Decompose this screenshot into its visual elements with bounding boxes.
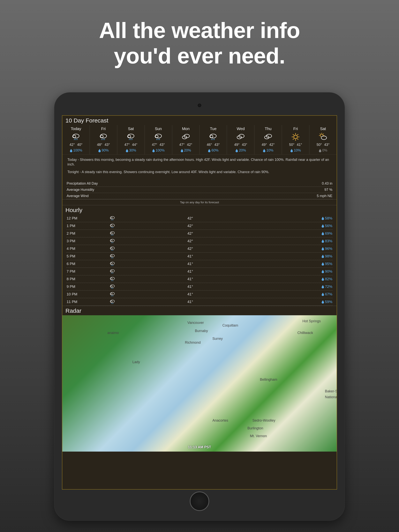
day-column[interactable]: Mon 47°42° 20%: [172, 125, 200, 154]
svg-line-79: [111, 265, 112, 266]
day-precip: 10%: [255, 148, 281, 152]
day-column[interactable]: Sat 50°43° 0%: [309, 125, 337, 154]
hour-temp: 41°: [156, 285, 309, 289]
headline-1: All the weather info: [0, 18, 399, 43]
svg-line-74: [111, 257, 112, 258]
app-screen: 10 Day Forecast Today 42°40° 100% Fri 48…: [62, 115, 337, 489]
hour-row[interactable]: 2 PM 42° 69%: [66, 230, 333, 237]
svg-line-65: [112, 242, 113, 243]
svg-line-99: [111, 295, 112, 296]
day-precip: 60%: [200, 148, 226, 152]
svg-line-70: [112, 250, 113, 251]
hour-row[interactable]: 1 PM 42° 56%: [66, 222, 333, 230]
svg-line-13: [130, 139, 131, 140]
hour-row[interactable]: 5 PM 41° 98%: [66, 253, 333, 260]
day-column[interactable]: Sat 47°44° 30%: [117, 125, 145, 154]
svg-line-19: [159, 139, 160, 140]
hour-precip: 69%: [309, 231, 332, 236]
weather-icon: [200, 132, 226, 142]
svg-point-57: [110, 232, 115, 234]
hour-temp: 42°: [156, 231, 309, 236]
day-precip: 20%: [173, 148, 199, 152]
map-city-label: Hot Springs: [302, 319, 321, 323]
svg-line-81: [113, 265, 113, 266]
svg-point-67: [110, 247, 115, 249]
svg-line-89: [111, 280, 112, 281]
svg-point-87: [110, 277, 115, 280]
svg-line-105: [112, 303, 113, 304]
stats-block: Precipitation All Day0.43 inAverage Humi…: [62, 180, 337, 199]
svg-point-5: [100, 134, 107, 138]
hour-row[interactable]: 6 PM 41° 95%: [66, 260, 333, 268]
map-city-label: Coquitlam: [223, 323, 238, 328]
hour-temp: 42°: [156, 216, 309, 221]
map-city-label: Mt. Vernon: [250, 434, 267, 438]
svg-point-62: [110, 239, 115, 242]
hour-temp: 41°: [156, 300, 309, 304]
svg-line-35: [293, 139, 294, 140]
hour-row[interactable]: 3 PM 42° 83%: [66, 237, 333, 245]
day-column[interactable]: Thu 49°42° 10%: [254, 125, 282, 154]
day-temps: 46°43°: [200, 143, 226, 147]
svg-line-76: [113, 257, 113, 258]
svg-point-102: [110, 300, 115, 303]
map-city-label: Vancouver: [187, 321, 204, 325]
daily-forecast-row: Today 42°40° 100% Fri 48°43° 90% Sat: [62, 125, 337, 155]
hour-time: 5 PM: [67, 254, 109, 258]
hour-row[interactable]: 7 PM 41° 90%: [66, 268, 333, 275]
svg-line-8: [103, 139, 103, 140]
day-temps: 50°41°: [283, 143, 309, 147]
svg-line-56: [113, 227, 113, 228]
hour-weather-icon: [109, 253, 156, 259]
radar-section: Radar 11:13 AM PST VancouverCoquitlamBur…: [62, 306, 337, 452]
svg-line-96: [113, 288, 113, 289]
hour-row[interactable]: 9 PM 41° 72%: [66, 283, 333, 291]
hour-row[interactable]: 10 PM 41° 67%: [66, 291, 333, 298]
day-column[interactable]: Fri 50°41° 10%: [282, 125, 309, 154]
day-column[interactable]: Sun 47°43° 100%: [145, 125, 172, 154]
svg-line-25: [213, 139, 213, 140]
hour-row[interactable]: 11 PM 41° 59%: [66, 298, 333, 306]
radar-map[interactable]: 11:13 AM PST VancouverCoquitlamBurnabySu…: [62, 315, 337, 452]
day-column[interactable]: Fri 48°43° 90%: [90, 125, 117, 154]
day-precip: 20%: [228, 148, 253, 152]
stat-row: Average Wind5 mph NE: [66, 193, 333, 199]
stat-value: 0.43 in: [322, 182, 332, 186]
svg-line-39: [297, 134, 298, 135]
weather-icon: [283, 132, 309, 142]
hour-time: 4 PM: [67, 247, 109, 251]
svg-line-66: [113, 242, 113, 243]
hour-precip: 56%: [309, 224, 332, 228]
svg-line-94: [111, 288, 112, 289]
hour-temp: 42°: [156, 247, 309, 251]
hour-row[interactable]: 12 PM 42° 58%: [66, 215, 333, 222]
day-label: Fri: [283, 127, 309, 131]
hour-precip: 82%: [309, 277, 332, 281]
day-column[interactable]: Tue 46°43° 60%: [200, 125, 227, 154]
day-label: Mon: [173, 127, 199, 131]
svg-line-17: [156, 139, 157, 140]
hour-weather-icon: [109, 269, 156, 274]
hour-row[interactable]: 4 PM 42° 96%: [66, 245, 333, 253]
hour-time: 1 PM: [67, 224, 109, 228]
hour-precip: 96%: [309, 247, 332, 251]
tablet-frame: 10 Day Forecast Today 42°40° 100% Fri 48…: [54, 92, 345, 521]
hour-row[interactable]: 8 PM 41° 82%: [66, 275, 333, 283]
svg-line-61: [113, 235, 113, 236]
camera-icon: [198, 104, 201, 107]
svg-line-49: [111, 219, 112, 221]
hour-time: 8 PM: [67, 277, 109, 281]
svg-line-2: [74, 139, 75, 140]
svg-point-82: [110, 270, 115, 272]
hour-weather-icon: [109, 215, 156, 221]
hour-temp: 42°: [156, 224, 309, 228]
hour-weather-icon: [109, 284, 156, 290]
stat-label: Average Wind: [67, 194, 317, 198]
day-column[interactable]: Wed 49°43° 20%: [227, 125, 254, 154]
hourly-list[interactable]: 12 PM 42° 58% 1 PM 42° 56% 2 PM 42°: [62, 215, 337, 306]
hour-precip: 90%: [309, 269, 332, 274]
hour-precip: 95%: [309, 262, 332, 266]
svg-point-77: [110, 262, 115, 265]
day-column[interactable]: Today 42°40° 100%: [62, 125, 90, 154]
home-button[interactable]: [190, 492, 209, 511]
